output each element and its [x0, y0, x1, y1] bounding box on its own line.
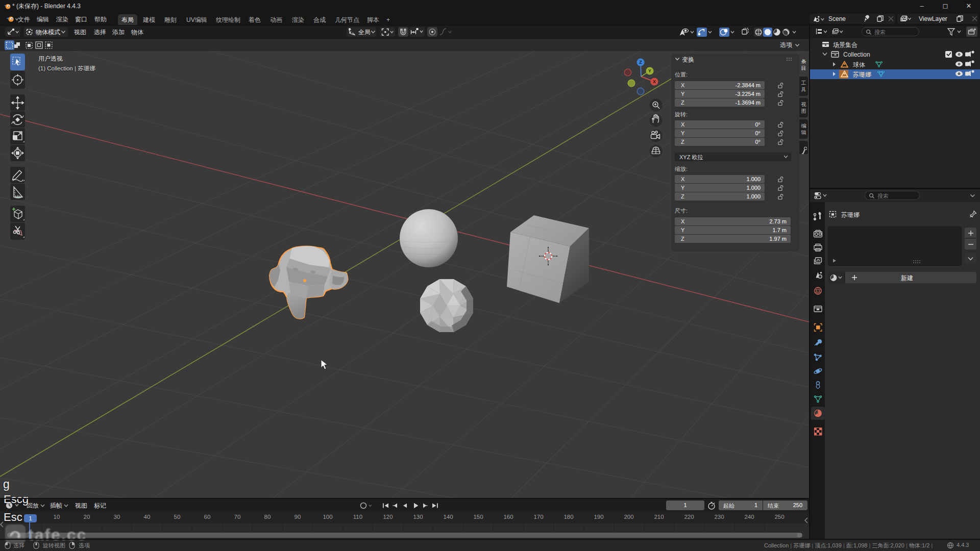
svg-text:Z: Z [639, 60, 642, 65]
svg-text:X: X [653, 79, 656, 84]
svg-text:Y: Y [648, 68, 651, 73]
